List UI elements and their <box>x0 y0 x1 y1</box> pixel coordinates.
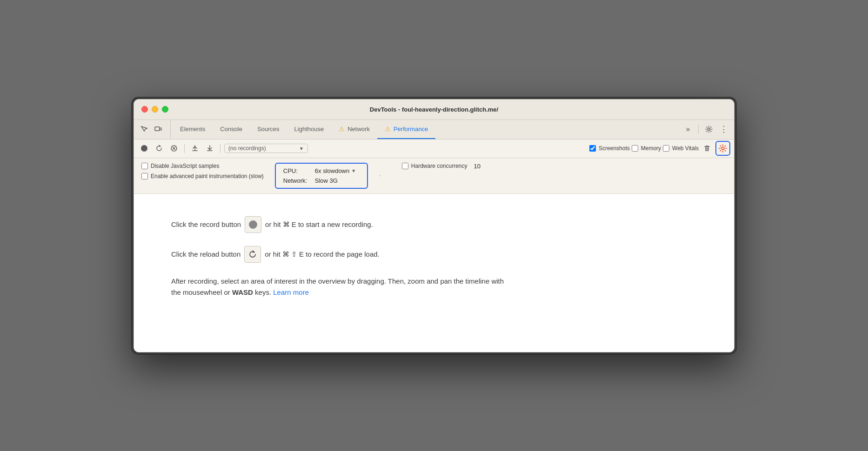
screenshots-checkbox-label[interactable]: Screenshots <box>589 145 630 152</box>
tab-network[interactable]: ⚠ Network <box>331 120 377 139</box>
divider-1 <box>184 144 185 153</box>
web-vitals-label-text: Web Vitals <box>672 145 699 152</box>
tab-bar-right: » ⋮ <box>678 120 730 139</box>
screenshots-checkbox[interactable] <box>589 145 596 152</box>
paragraph-bold-text: WASD <box>232 288 253 296</box>
save-profile-button[interactable] <box>203 142 216 155</box>
disable-js-samples-label[interactable]: Disable JavaScript samples <box>141 163 264 169</box>
device-toolbar-icon[interactable] <box>152 123 165 136</box>
main-content: Click the record button or hit ⌘ E to st… <box>134 194 734 352</box>
tabs-container: Elements Console Sources Lighthouse ⚠ Ne… <box>173 120 678 139</box>
reload-text-before: Click the reload button <box>171 250 240 258</box>
select-arrow-icon: ▼ <box>299 146 304 151</box>
memory-label-text: Memory <box>641 145 661 152</box>
stop-recording-button[interactable] <box>167 142 180 155</box>
throttling-settings-box: CPU: 6x slowdown ▼ Network: Slow 3G <box>275 163 368 189</box>
record-instruction: Click the record button or hit ⌘ E to st… <box>171 216 697 233</box>
window-content: DevTools - foul-heavenly-direction.glitc… <box>134 99 734 352</box>
record-button-inline <box>245 216 261 233</box>
memory-checkbox-label[interactable]: Memory <box>632 145 661 152</box>
svg-point-8 <box>721 147 724 150</box>
svg-rect-0 <box>155 127 160 131</box>
title-bar: DevTools - foul-heavenly-direction.glitc… <box>134 99 734 120</box>
reload-text-after: or hit ⌘ ⇧ E to record the page load. <box>265 250 379 259</box>
record-text-before: Click the record button <box>171 220 241 228</box>
load-profile-button[interactable] <box>188 142 201 155</box>
enable-paint-text: Enable advanced paint instrumentation (s… <box>151 173 264 179</box>
close-button[interactable] <box>141 106 148 113</box>
devtools-window: DevTools - foul-heavenly-direction.glitc… <box>132 97 736 354</box>
reload-record-button[interactable] <box>153 142 166 155</box>
paragraph-after-text: keys. <box>253 288 273 296</box>
web-vitals-checkbox-label[interactable]: Web Vitals <box>663 145 699 152</box>
recordings-select[interactable]: (no recordings) ▼ <box>224 144 308 153</box>
learn-more-link[interactable]: Learn more <box>273 288 309 296</box>
tab-bar: Elements Console Sources Lighthouse ⚠ Ne… <box>134 120 734 139</box>
cpu-throttling-select[interactable]: 6x slowdown ▼ <box>315 167 356 174</box>
clear-recordings-button[interactable] <box>701 142 714 155</box>
divider-2 <box>220 144 220 153</box>
network-throttling-row: Network: Slow 3G <box>283 177 360 184</box>
screenshots-label-text: Screenshots <box>599 145 630 152</box>
tab-sources[interactable]: Sources <box>250 120 287 139</box>
capture-settings-button[interactable] <box>715 141 730 156</box>
tab-elements[interactable]: Elements <box>173 120 213 139</box>
record-icon-inline <box>249 220 257 229</box>
settings-checkboxes: Disable JavaScript samples Enable advanc… <box>141 163 264 179</box>
enable-paint-checkbox[interactable] <box>141 173 148 179</box>
performance-warning-icon: ⚠ <box>385 125 391 133</box>
recordings-select-text: (no recordings) <box>228 145 297 152</box>
maximize-button[interactable] <box>162 106 168 113</box>
reload-instruction: Click the reload button or hit ⌘ ⇧ E to … <box>171 246 697 263</box>
memory-checkbox[interactable] <box>632 145 638 152</box>
more-tabs-icon[interactable]: » <box>681 123 694 136</box>
performance-toolbar: (no recordings) ▼ Screenshots Memory Web… <box>134 139 734 158</box>
paragraph-before-text: After recording, select an area of inter… <box>171 277 504 296</box>
reload-button-inline <box>244 246 261 263</box>
traffic-lights <box>141 106 168 113</box>
svg-point-2 <box>708 128 710 131</box>
svg-rect-1 <box>160 128 161 130</box>
divider <box>698 125 699 134</box>
network-warning-icon: ⚠ <box>339 125 345 133</box>
tab-bar-left <box>138 120 171 139</box>
tab-performance[interactable]: ⚠ Performance <box>377 120 435 139</box>
cpu-label: CPU: <box>283 167 311 174</box>
hardware-concurrency-text: Hardware concurrency <box>411 163 467 169</box>
window-title: DevTools - foul-heavenly-direction.glitc… <box>370 106 498 113</box>
minimize-button[interactable] <box>152 106 158 113</box>
capture-settings-area: Disable JavaScript samples Enable advanc… <box>134 158 734 194</box>
disable-js-samples-text: Disable JavaScript samples <box>151 163 219 169</box>
more-options-icon[interactable]: ⋮ <box>717 123 730 136</box>
tab-console[interactable]: Console <box>213 120 250 139</box>
web-vitals-checkbox[interactable] <box>663 145 669 152</box>
record-circle-icon <box>141 145 147 152</box>
hardware-concurrency-section: Hardware concurrency 10 <box>402 163 481 170</box>
record-button[interactable] <box>138 142 151 155</box>
disable-js-samples-checkbox[interactable] <box>141 163 148 169</box>
hardware-concurrency-value: 10 <box>474 163 481 170</box>
hardware-concurrency-checkbox[interactable] <box>402 163 408 169</box>
settings-icon[interactable] <box>702 123 715 136</box>
cpu-dropdown-arrow-icon: ▼ <box>351 168 356 173</box>
instruction-paragraph: After recording, select an area of inter… <box>171 276 506 298</box>
hardware-concurrency-label[interactable]: Hardware concurrency <box>402 163 467 169</box>
record-text-after: or hit ⌘ E to start a new recording. <box>265 220 373 229</box>
cpu-value-text: 6x slowdown <box>315 167 349 174</box>
reload-icon-inline <box>248 250 257 259</box>
tab-lighthouse[interactable]: Lighthouse <box>287 120 332 139</box>
separator-dot: · <box>379 171 381 180</box>
inspect-icon[interactable] <box>138 123 151 136</box>
network-label: Network: <box>283 177 311 184</box>
cpu-throttling-row: CPU: 6x slowdown ▼ <box>283 167 360 174</box>
enable-paint-label[interactable]: Enable advanced paint instrumentation (s… <box>141 173 264 179</box>
network-value-text: Slow 3G <box>315 177 338 184</box>
